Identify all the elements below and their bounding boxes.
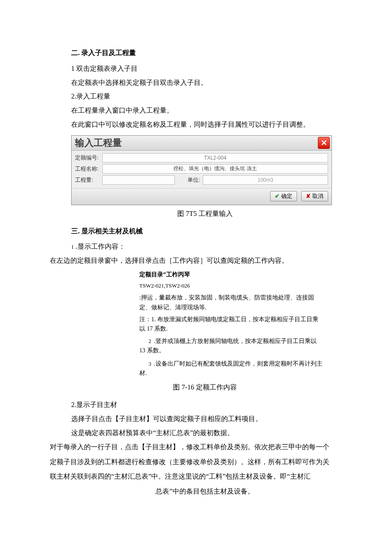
note-3-text: .设备出厂时如已有配套馈线及固定件，则套用定额时不再计列主材. — [139, 360, 323, 376]
field-quota-code[interactable]: TXL2-004 — [102, 153, 328, 163]
dialog-body: 定额编号: TXL2-004 工程名称: 挖松、填光（电）缆沟、接头坑 冻土 工… — [72, 151, 331, 188]
work-content-block: 定额目录“工柞丙琴 TSW2-021,TSW2-026 :押运，量裁布放，安装加… — [139, 270, 323, 378]
work-content-note-3: 3.设备出厂时如已有配套馈线及固定件，则套用定额时不再计列主材. — [139, 359, 323, 378]
x-icon: ✘ — [306, 193, 311, 199]
label-quantity: 工程量: — [75, 176, 102, 184]
field-quantity[interactable] — [102, 175, 175, 185]
section-3-2-body-2: 这是确定表四器材预算表中“主材汇总表”的最初数据。 — [71, 427, 339, 439]
section-3-2-body-1: 选择子目点击【子目主材】可以查阅定额子目相应的工料项目。 — [71, 413, 339, 425]
dialog-footer: ✔ 确定 ✘ 取消 — [72, 188, 331, 205]
quantity-input-dialog: 输入工程量 ✕ 定额编号: TXL2-004 工程名称: 挖松、填光（电）缆沟、… — [71, 135, 332, 205]
dialog-title: 输入工程量 — [75, 137, 122, 149]
section-3-2-para-line1: 对于每录入的一行子目，点击【子目主材】，修改工料单价及类别。依次把表三甲中的每一… — [50, 441, 339, 453]
field-project-name[interactable]: 挖松、填光（电）缆沟、接头坑 冻土 — [102, 164, 328, 174]
section-2-2-body-2: 在此窗口中可以修改定额名称及工程量，同时选择子目属性可以进行子目调整。 — [71, 119, 339, 131]
label-unit: 单位: — [187, 176, 200, 184]
section-3-2-para-line3: 联主材关联到表四的“主材汇总表”中。注意这里说的“工料”包括主材及设备。即“主材… — [50, 470, 339, 483]
section-3-1-body: 在左边的定额目录窗中，选择目录点击［工作内容］可以查阅定额的工作内容。 — [50, 255, 339, 267]
figure-7t5-caption: 图 7T5 工程量输入 — [71, 208, 339, 220]
work-content-note-2: 2.竖井或顶棚上方放射频同轴电统，按本定额相应子目工日乘以 13 系数。 — [139, 337, 323, 356]
note-3-num: 3 — [139, 360, 151, 369]
work-content-title: 定额目录“工柞丙琴 — [139, 270, 323, 279]
row-quota-code: 定额编号: TXL2-004 — [75, 153, 328, 163]
section-3-1-heading: 1 .显示工作内容： — [71, 241, 339, 253]
section-2-1-body: 在定额表中选择相关定额子目双击录入子目。 — [71, 77, 339, 89]
close-icon[interactable]: ✕ — [318, 137, 330, 149]
ok-button[interactable]: ✔ 确定 — [270, 191, 297, 201]
section-3-1-num: 1 — [71, 244, 74, 250]
work-content-codes: TSW2-021,TSW2-026 — [139, 282, 323, 291]
figure-7-16-caption: 图 7-16 定额工作内容 — [71, 381, 339, 394]
section-2-1-heading: 1 双击定额表录入子目 — [71, 63, 339, 75]
section-2-2-heading: 2.录入工程量 — [71, 90, 339, 103]
check-icon: ✔ — [275, 193, 280, 199]
work-content-notes: 2.竖井或顶棚上方放射频同轴电统，按本定额相应子目工日乘以 13 系数。 3.设… — [139, 337, 323, 378]
section-3-2-heading: 2.显示子目主材 — [71, 399, 339, 411]
section-3-2-para-line2: 定额子目涉及到的工料都进行检查修改（主要修改单价及类别）。这样，所有工料即可作为… — [50, 456, 339, 468]
section-3-heading: 三. 显示相关主材及机械 — [71, 225, 339, 238]
label-project-name: 工程名称: — [75, 165, 102, 173]
note-2-text: .竖井或顶棚上方放射频同轴电统，按本定额相应子目工日乘以 13 系数。 — [139, 338, 317, 354]
section-3-2-para-center: 总表”中的条目包括主材及设备。 — [71, 485, 339, 498]
section-2-heading: 二. 录入子目及工程量 — [71, 47, 339, 59]
row-project-name: 工程名称: 挖松、填光（电）缆沟、接头坑 冻土 — [75, 164, 328, 174]
dialog-titlebar: 输入工程量 ✕ — [72, 136, 331, 151]
note-2-num: 2 — [139, 337, 151, 346]
work-content-desc: :押运，量裁布放，安装加固，制装电缆头、防雷接地处理、连接固定、做标记、清理现场… — [139, 293, 323, 312]
field-unit[interactable]: 100m3 — [203, 175, 328, 185]
work-content-note-1: 注：1. 布放泄漏式射频同轴电缆定额工日，按本定额相应子目工日乘以 17 系数. — [139, 315, 323, 334]
section-3-1-text: .显示工作内容： — [76, 243, 125, 250]
row-quantity: 工程量: 单位: 100m3 — [75, 175, 328, 185]
cancel-button-label: 取消 — [312, 192, 323, 200]
section-2-2-body-1: 在工程量录入窗口中录入工程量。 — [71, 105, 339, 117]
label-quota-code: 定额编号: — [75, 154, 102, 162]
ok-button-label: 确定 — [281, 192, 292, 200]
document-page: 二. 录入子目及工程量 1 双击定额表录入子目 在定额表中选择相关定额子目双击录… — [0, 0, 392, 525]
cancel-button[interactable]: ✘ 取消 — [301, 191, 328, 201]
